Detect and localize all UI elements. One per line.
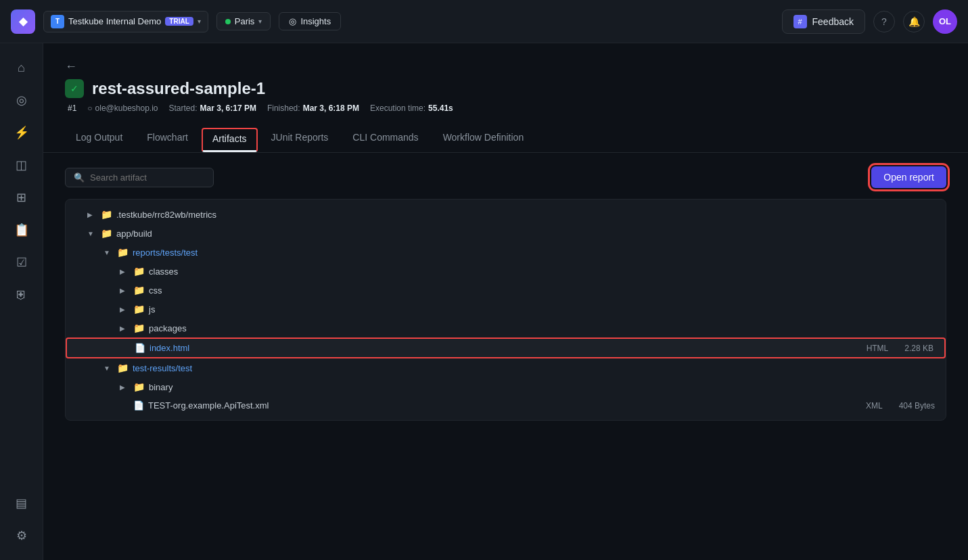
sidebar-clipboard-icon[interactable]: 📋 [8, 216, 35, 243]
search-input[interactable] [90, 172, 205, 183]
folder-icon: 📁 [133, 304, 145, 314]
folder-label: test-results/test [133, 363, 192, 373]
top-navbar: ◆ T Testkube Internal Demo TRIAL ▾ Paris… [0, 0, 968, 43]
env-name: Paris [235, 16, 255, 26]
chevron-right-icon: ▶ [87, 211, 97, 218]
tree-item-packages[interactable]: ▶ 📁 packages [66, 319, 946, 337]
open-report-button[interactable]: Open report [871, 166, 946, 188]
tree-item-test-xml[interactable]: ▶ 📄 TEST-org.example.ApiTest.xml XML 404… [66, 396, 946, 415]
user-meta: ○ ole@kubeshop.io [87, 103, 158, 113]
sidebar-shield-icon[interactable]: ⛨ [8, 281, 35, 308]
search-box[interactable]: 🔍 [65, 168, 214, 187]
tree-item-js[interactable]: ▶ 📁 js [66, 300, 946, 319]
execution-meta: Execution time: 55.41s [370, 103, 453, 113]
sidebar: ⌂ ◎ ⚡ ◫ ⊞ 📋 ☑ ⛨ ▤ ⚙ [0, 43, 43, 560]
execution-label: Execution time: [370, 103, 425, 113]
chevron-down-icon: ▼ [87, 230, 97, 237]
sidebar-settings-icon[interactable]: ⚙ [8, 522, 35, 549]
folder-icon: 📁 [133, 323, 145, 333]
chevron-down-icon: ▼ [103, 249, 113, 256]
finished-label: Finished: [267, 103, 300, 113]
file-tree: ▶ 📁 .testkube/rrc82wb/metrics ▼ 📁 app/bu… [65, 199, 946, 421]
sidebar-triggers-icon[interactable]: ◎ [8, 87, 35, 114]
artifacts-panel: 🔍 Open report ▶ 📁 .testkube/rrc82wb/metr… [43, 153, 968, 434]
finished-meta: Finished: Mar 3, 6:18 PM [267, 103, 359, 113]
file-type: XML [866, 401, 883, 411]
tree-item-binary[interactable]: ▶ 📁 binary [66, 377, 946, 396]
tree-item-app-build[interactable]: ▼ 📁 app/build [66, 224, 946, 243]
tab-flowchart[interactable]: Flowchart [136, 126, 199, 152]
file-type: HTML [867, 344, 889, 353]
tab-cli-commands[interactable]: CLI Commands [342, 126, 429, 152]
org-selector[interactable]: T Testkube Internal Demo TRIAL ▾ [43, 11, 208, 32]
sidebar-lightning-icon[interactable]: ⚡ [8, 119, 35, 146]
sidebar-chart-icon[interactable]: ◫ [8, 151, 35, 179]
folder-icon: 📁 [133, 381, 145, 392]
status-badge: ✓ [65, 79, 84, 98]
trial-badge: TRIAL [165, 17, 193, 26]
folder-label: binary [149, 382, 172, 392]
user-circle-icon: ○ [87, 103, 92, 113]
tabs-container: Log Output Flowchart Artifacts JUnit Rep… [43, 113, 968, 153]
finished-value: Mar 3, 6:18 PM [303, 103, 359, 113]
tree-item-test-results[interactable]: ▼ 📁 test-results/test [66, 358, 946, 377]
tree-item-index-html[interactable]: ▶ 📄 index.html HTML 2.28 KB [66, 337, 946, 358]
file-size: 404 Bytes [899, 401, 935, 411]
notifications-button[interactable]: 🔔 [903, 11, 925, 32]
started-label: Started: [169, 103, 198, 113]
tree-item-classes[interactable]: ▶ 📁 classes [66, 262, 946, 281]
brand-logo[interactable]: ◆ [11, 9, 35, 34]
back-button[interactable]: ← [65, 60, 77, 74]
sidebar-home-icon[interactable]: ⌂ [8, 54, 35, 81]
folder-icon: 📁 [117, 363, 129, 373]
started-meta: Started: Mar 3, 6:17 PM [169, 103, 256, 113]
tab-junit-reports[interactable]: JUnit Reports [260, 126, 340, 152]
run-number: #1 [68, 103, 76, 113]
page-header: ← ✓ rest-assured-sample-1 #1 ○ ole@kubes… [43, 43, 968, 113]
tree-item-reports-tests-test[interactable]: ▼ 📁 reports/tests/test [66, 243, 946, 262]
feedback-button[interactable]: # Feedback [782, 9, 865, 34]
folder-label: packages [149, 323, 187, 333]
content-area: ← ✓ rest-assured-sample-1 #1 ○ ole@kubes… [43, 43, 968, 560]
folder-label: app/build [116, 229, 152, 239]
org-name: Testkube Internal Demo [68, 16, 161, 26]
env-status-dot [225, 19, 231, 24]
artifacts-toolbar: 🔍 Open report [65, 166, 946, 188]
file-label: index.html [149, 343, 189, 353]
file-label: TEST-org.example.ApiTest.xml [148, 400, 269, 411]
chevron-down-icon: ▾ [258, 18, 262, 25]
user-avatar[interactable]: OL [933, 9, 957, 34]
folder-label: .testkube/rrc82wb/metrics [116, 210, 216, 220]
folder-icon: 📁 [117, 247, 129, 258]
sidebar-checklist-icon[interactable]: ☑ [8, 249, 35, 276]
sidebar-artifacts-icon[interactable]: ⊞ [8, 184, 35, 211]
folder-icon: 📁 [101, 209, 112, 220]
folder-label: css [149, 285, 162, 296]
started-value: Mar 3, 6:17 PM [200, 103, 256, 113]
file-meta: XML 404 Bytes [866, 401, 935, 411]
chevron-right-icon: ▶ [120, 268, 129, 275]
folder-label: reports/tests/test [133, 248, 198, 258]
user-email: ole@kubeshop.io [95, 103, 158, 113]
file-icon: 📄 [133, 400, 144, 411]
tab-artifacts[interactable]: Artifacts [202, 128, 258, 152]
env-selector[interactable]: Paris ▾ [216, 12, 271, 30]
folder-icon: 📁 [133, 285, 145, 296]
chevron-right-icon: ▶ [120, 383, 129, 391]
help-button[interactable]: ? [873, 11, 895, 32]
tree-item-css[interactable]: ▶ 📁 css [66, 281, 946, 300]
file-size: 2.28 KB [904, 344, 934, 353]
folder-label: js [149, 304, 155, 314]
org-avatar: T [51, 15, 64, 28]
tab-workflow-definition[interactable]: Workflow Definition [432, 126, 535, 152]
folder-label: classes [149, 266, 178, 277]
main-layout: ⌂ ◎ ⚡ ◫ ⊞ 📋 ☑ ⛨ ▤ ⚙ ← ✓ rest-assured-sam… [0, 43, 968, 560]
chevron-down-icon: ▼ [103, 365, 113, 372]
slack-icon: # [793, 15, 807, 28]
sidebar-terminal-icon[interactable]: ▤ [8, 490, 35, 517]
tree-item-testkube-metrics[interactable]: ▶ 📁 .testkube/rrc82wb/metrics [66, 205, 946, 224]
tab-log-output[interactable]: Log Output [65, 126, 133, 152]
test-title: rest-assured-sample-1 [92, 79, 265, 98]
insights-button[interactable]: ◎ Insights [279, 12, 341, 30]
search-icon: 🔍 [74, 172, 85, 183]
